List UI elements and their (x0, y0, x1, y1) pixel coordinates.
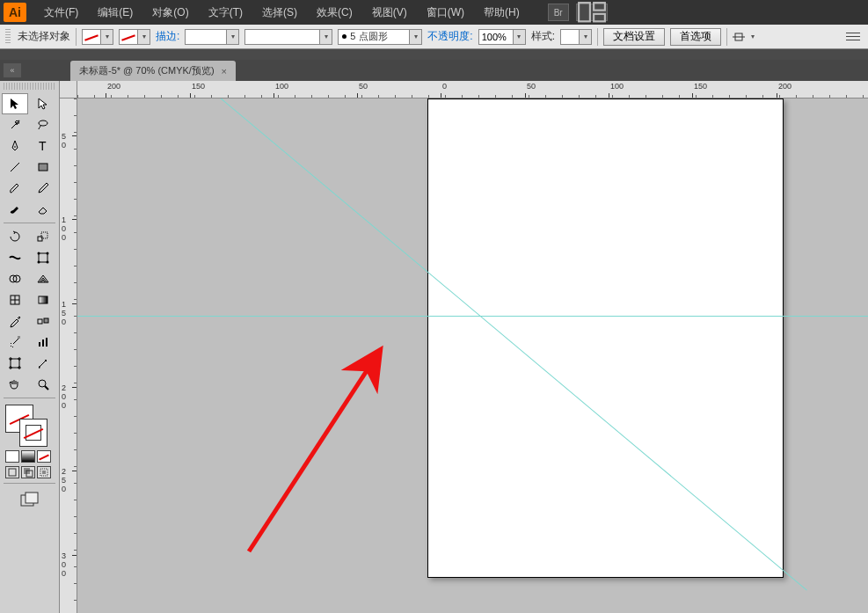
scale-tool[interactable] (30, 226, 56, 247)
annotation-arrow (231, 336, 407, 568)
document-setup-button[interactable]: 文档设置 (603, 28, 665, 46)
svg-rect-33 (42, 471, 46, 474)
opacity-input[interactable] (478, 29, 514, 45)
gradient-mode-button[interactable] (21, 450, 35, 463)
opacity-dropdown[interactable] (514, 29, 526, 45)
symbol-sprayer-tool[interactable] (2, 332, 28, 353)
panel-dock-strip (0, 49, 868, 60)
stroke-weight-input[interactable] (185, 29, 227, 45)
selection-tool[interactable] (2, 93, 28, 114)
menu-select[interactable]: 选择(S) (253, 2, 306, 24)
menu-effect[interactable]: 效果(C) (308, 2, 361, 24)
svg-rect-0 (579, 3, 590, 21)
rectangle-tool[interactable] (30, 157, 56, 178)
stroke-swatch-dropdown[interactable] (138, 29, 150, 45)
artboard (427, 99, 784, 578)
menu-help[interactable]: 帮助(H) (475, 2, 529, 24)
rotate-tool[interactable] (2, 226, 28, 247)
width-tool[interactable] (2, 247, 28, 268)
graphic-style-dropdown[interactable] (580, 29, 592, 45)
eraser-tool[interactable] (30, 199, 56, 220)
align-icon[interactable] (733, 31, 745, 43)
document-tab-title: 未标题-5* @ 70% (CMYK/预览) (79, 64, 215, 77)
opacity-label[interactable]: 不透明度: (427, 29, 472, 44)
fill-swatch[interactable] (82, 29, 101, 45)
svg-text:T: T (39, 139, 47, 153)
slice-tool[interactable] (30, 353, 56, 374)
svg-rect-29 (9, 469, 16, 476)
ruler-origin[interactable] (60, 81, 77, 99)
svg-rect-8 (39, 164, 47, 171)
menu-object[interactable]: 对象(O) (143, 2, 197, 24)
stroke-indicator[interactable] (19, 419, 47, 447)
pencil-tool[interactable] (30, 178, 56, 199)
svg-rect-21 (44, 318, 48, 323)
gradient-tool[interactable] (30, 289, 56, 310)
lasso-tool[interactable] (30, 114, 56, 135)
hand-tool[interactable] (2, 374, 28, 395)
stroke-label[interactable]: 描边: (156, 29, 179, 44)
pen-tool[interactable] (2, 135, 28, 157)
variable-width-profile[interactable] (244, 29, 320, 45)
svg-line-28 (45, 386, 48, 390)
bridge-button[interactable]: Br (548, 4, 569, 21)
svg-rect-24 (42, 339, 44, 347)
eyedropper-tool[interactable] (2, 310, 28, 332)
blend-tool[interactable] (30, 310, 56, 332)
vertical-ruler[interactable]: 50100150200250300 (60, 99, 77, 613)
paintbrush-tool[interactable] (2, 178, 28, 199)
variable-width-dropdown[interactable] (320, 29, 332, 45)
svg-point-15 (46, 261, 48, 264)
perspective-grid-tool[interactable] (30, 268, 56, 289)
svg-point-14 (37, 261, 40, 264)
magic-wand-tool[interactable] (2, 114, 28, 135)
zoom-tool[interactable] (30, 374, 56, 395)
controlbar-grip[interactable] (5, 29, 11, 45)
blob-brush-tool[interactable] (2, 199, 28, 220)
direct-selection-tool[interactable] (30, 93, 56, 114)
mesh-tool[interactable] (2, 289, 28, 310)
canvas-area[interactable]: 20015010050050100150200 5010015020025030… (60, 81, 868, 613)
free-transform-tool[interactable] (30, 247, 56, 268)
fill-stroke-control[interactable] (0, 401, 59, 449)
stroke-weight-dropdown[interactable] (227, 29, 239, 45)
menu-window[interactable]: 窗口(W) (418, 2, 473, 24)
draw-inside-mode[interactable] (37, 466, 51, 478)
svg-point-5 (39, 120, 47, 126)
horizontal-ruler[interactable]: 20015010050050100150200 (77, 81, 868, 99)
menu-file[interactable]: 文件(F) (35, 2, 87, 24)
draw-behind-mode[interactable] (21, 466, 35, 478)
guide-horizontal[interactable] (77, 316, 868, 317)
brush-dropdown[interactable] (410, 29, 422, 45)
menu-edit[interactable]: 编辑(E) (89, 2, 142, 24)
stroke-swatch[interactable] (119, 29, 138, 45)
menu-type[interactable]: 文字(T) (200, 2, 252, 24)
tools-grip[interactable] (4, 83, 55, 90)
control-bar: 未选择对象 描边: 5 点圆形 不透明度: 样式: 文档设置 首选项 (0, 25, 868, 49)
artboard-tool[interactable] (2, 353, 28, 374)
preferences-button[interactable]: 首选项 (670, 28, 721, 46)
collapse-tools-button[interactable] (4, 63, 21, 77)
svg-rect-26 (11, 359, 19, 368)
controlbar-menu-icon[interactable] (843, 29, 863, 45)
document-tab-bar: 未标题-5* @ 70% (CMYK/预览) × (0, 60, 868, 81)
svg-point-27 (39, 380, 46, 387)
shape-builder-tool[interactable] (2, 268, 28, 289)
arrange-docs-button[interactable] (576, 4, 608, 21)
color-mode-button[interactable] (5, 450, 19, 463)
align-dropdown[interactable] (747, 29, 759, 45)
line-tool[interactable] (2, 157, 28, 178)
menu-view[interactable]: 视图(V) (363, 2, 416, 24)
normal-draw-mode[interactable] (5, 466, 19, 478)
fill-swatch-dropdown[interactable] (101, 29, 113, 45)
document-tab[interactable]: 未标题-5* @ 70% (CMYK/预览) × (70, 61, 236, 81)
brush-definition[interactable]: 5 点圆形 (338, 29, 410, 45)
none-mode-button[interactable] (37, 450, 51, 463)
graphic-style-swatch[interactable] (560, 29, 580, 45)
close-tab-icon[interactable]: × (222, 66, 227, 77)
svg-rect-23 (39, 342, 40, 347)
type-tool[interactable]: T (30, 135, 56, 157)
svg-rect-19 (39, 296, 47, 303)
screen-mode-button[interactable] (0, 486, 59, 513)
column-graph-tool[interactable] (30, 332, 56, 353)
